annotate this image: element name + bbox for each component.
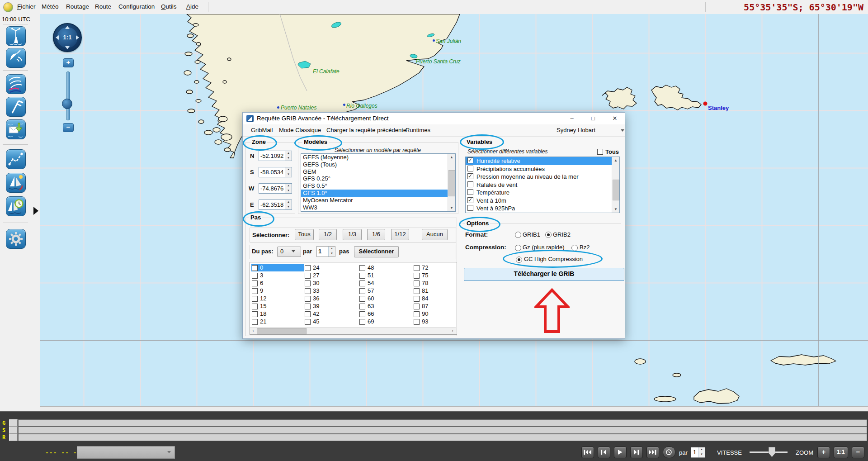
map-zoom-slider-track[interactable] [66, 71, 70, 120]
speed-slider-thumb[interactable] [769, 447, 775, 457]
menu-routage[interactable]: Routage [66, 3, 89, 10]
variable-item[interactable]: Température [466, 189, 619, 197]
maximize-button[interactable]: □ [586, 114, 600, 123]
menu-mode-classique[interactable]: Mode Classique [279, 127, 321, 133]
step-checkbox[interactable] [252, 273, 258, 279]
minimize-button[interactable]: – [565, 114, 579, 123]
menu-route[interactable]: Route [95, 3, 111, 10]
model-item[interactable]: GEFS (Tous) [301, 161, 455, 168]
step-checkbox[interactable] [359, 319, 365, 325]
step-checkbox[interactable] [359, 296, 365, 302]
sail-row-button[interactable] [9, 427, 18, 434]
dialog-title-bar[interactable]: Requête GRIB Avancée - Téléchargement Di… [243, 113, 625, 125]
scroll-up-icon[interactable]: ▲ [448, 154, 455, 161]
menu-outils[interactable]: Outils [161, 3, 177, 10]
variable-item[interactable]: Rafales de vent [466, 181, 619, 189]
step-checkbox[interactable] [305, 296, 311, 302]
step-forward-button[interactable] [630, 447, 643, 458]
par-spin-buttons[interactable]: ▲▼ [328, 247, 335, 257]
zone-e-spinner[interactable]: ▲▼ [285, 200, 292, 209]
variable-checkbox[interactable] [467, 157, 473, 163]
models-scrollbar[interactable]: ▲ ▼ [448, 154, 455, 211]
zoom-reset-button[interactable]: 1:1 [834, 447, 848, 458]
pan-left-arrow-icon[interactable] [56, 35, 59, 40]
step-checkbox[interactable] [252, 319, 258, 325]
variable-item[interactable]: Précipitations accumulées [466, 165, 619, 173]
expand-panel-arrow-icon[interactable] [33, 207, 38, 215]
variable-item-selected[interactable]: Humidité relative [466, 157, 619, 165]
variables-listbox[interactable]: Humidité relative Précipitations accumul… [465, 157, 620, 213]
step-back-button[interactable] [598, 447, 610, 458]
step-checkbox[interactable] [359, 265, 365, 271]
map-zoom-out-button[interactable]: − [63, 123, 74, 132]
scroll-down-icon[interactable]: ▼ [448, 204, 455, 211]
scroll-right-icon[interactable]: › [449, 328, 456, 334]
du-pas-dropdown[interactable]: 0 [277, 247, 301, 257]
variable-checkbox[interactable] [467, 166, 473, 171]
step-checkbox[interactable] [305, 319, 311, 325]
route-row-field[interactable] [18, 434, 867, 441]
gps-row-field[interactable] [18, 419, 867, 427]
steps-grid[interactable]: 0 3 6 9 12 15 18 21 24 27 30 33 36 39 42… [250, 262, 457, 335]
scroll-down-icon[interactable]: ▼ [612, 206, 619, 213]
menu-runtimes[interactable]: Runtimes [406, 127, 430, 133]
model-item[interactable]: GFS 0.5° [301, 182, 455, 190]
step-checkbox[interactable] [305, 311, 311, 317]
weather-station-icon[interactable] [6, 26, 26, 46]
variables-scrollbar[interactable]: ▲ ▼ [612, 157, 619, 213]
step-checkbox[interactable] [305, 273, 311, 279]
step-checkbox[interactable] [252, 311, 258, 317]
model-item[interactable]: GEFS (Moyenne) [301, 154, 455, 161]
tous-checkbox[interactable] [597, 149, 603, 155]
download-grib-button[interactable]: Télécharger le GRIB [464, 268, 624, 281]
step-checkbox[interactable] [252, 296, 258, 302]
step-checkbox[interactable] [359, 311, 365, 317]
step-checkbox[interactable] [414, 280, 420, 286]
models-listbox[interactable]: GEFS (Moyenne) GEFS (Tous) GEM GFS 0.25°… [301, 153, 456, 212]
step-aucun-button[interactable]: Aucun [422, 229, 448, 240]
sail-row-field[interactable] [18, 427, 867, 434]
menu-aide[interactable]: Aide [186, 3, 198, 10]
step-checkbox[interactable] [414, 319, 420, 325]
scrollbar-thumb[interactable] [448, 170, 455, 196]
model-item[interactable]: WW3 [301, 204, 455, 211]
steps-horizontal-scrollbar[interactable]: ‹ › [250, 327, 456, 334]
step-sixth-button[interactable]: 1/6 [367, 229, 385, 240]
step-checkbox[interactable] [359, 288, 365, 294]
par-spinner[interactable]: 1 ▲▼ [316, 246, 335, 257]
settings-icon[interactable] [6, 229, 26, 249]
scrollbar-thumb[interactable] [257, 328, 307, 334]
step-checkbox[interactable] [414, 288, 420, 294]
pan-right-arrow-icon[interactable] [76, 35, 79, 40]
wind-flag-icon[interactable] [6, 97, 26, 117]
zone-w-input[interactable]: -74.8676 ▲▼ [259, 183, 292, 194]
step-checkbox[interactable] [252, 280, 258, 286]
step-checkbox[interactable] [414, 265, 420, 271]
variable-item[interactable]: Vent à 925hPa [466, 204, 619, 213]
step-checkbox[interactable] [252, 288, 258, 294]
step-checkbox[interactable] [359, 280, 365, 286]
skip-first-button[interactable] [581, 447, 594, 458]
chevron-down-icon[interactable] [292, 250, 295, 252]
variable-checkbox[interactable] [467, 197, 473, 203]
step-checkbox[interactable] [359, 273, 365, 279]
frames-value[interactable]: 1 [693, 449, 696, 456]
timeline-dropdown[interactable] [77, 446, 175, 459]
step-checkbox[interactable] [252, 304, 258, 309]
grib1-radio[interactable] [515, 232, 521, 238]
zone-n-input[interactable]: -52.1092 ▲▼ [259, 151, 292, 161]
step-checkbox[interactable] [414, 273, 420, 279]
variable-checkbox[interactable] [467, 181, 473, 187]
par-value[interactable]: 1 [318, 248, 321, 255]
zone-n-spinner[interactable]: ▲▼ [285, 151, 292, 161]
step-checkbox[interactable] [252, 265, 258, 271]
compass-pan-control[interactable]: 1:1 [53, 23, 82, 52]
variable-checkbox[interactable] [467, 205, 473, 211]
grib-mail-icon[interactable] [6, 119, 26, 139]
pan-down-arrow-icon[interactable] [65, 46, 70, 49]
menu-fichier[interactable]: Fichier [17, 3, 36, 10]
zone-e-input[interactable]: -62.3518 ▲▼ [259, 200, 292, 210]
step-checkbox[interactable] [305, 288, 311, 294]
zone-n-value[interactable]: -52.1092 [260, 152, 283, 159]
satellite-icon[interactable] [6, 48, 26, 68]
